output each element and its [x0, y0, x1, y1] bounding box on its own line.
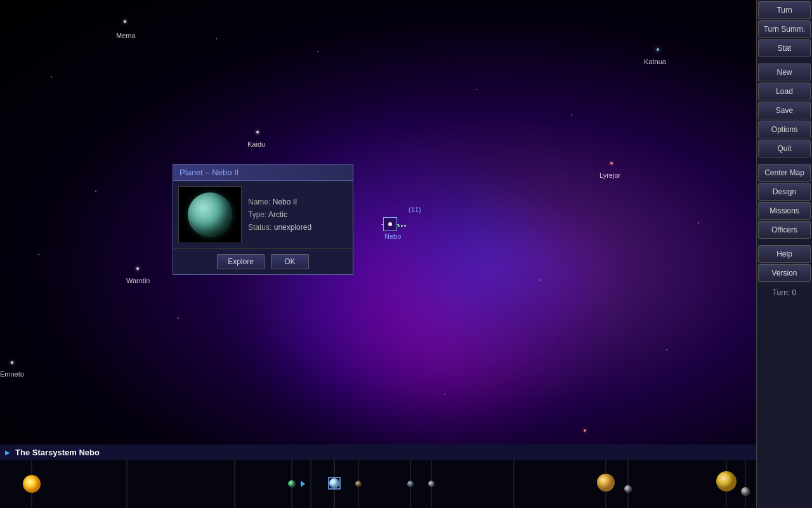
system-name-bar: ▶ The Starsystem Nebo — [0, 444, 756, 460]
bg-star — [216, 38, 217, 39]
missions-button[interactable]: Missions — [758, 202, 811, 220]
planet-name-label: Name: — [248, 197, 270, 206]
planet-dialog-buttons: Explore OK — [173, 248, 353, 274]
center-map-button[interactable]: Center Map — [758, 164, 811, 182]
bg-star — [666, 349, 667, 351]
new-button[interactable]: New — [758, 64, 811, 81]
star-label-emneto: Emneto — [0, 370, 24, 378]
bg-star — [38, 254, 39, 255]
turn-button[interactable]: Turn — [758, 1, 811, 19]
star-kaidu — [256, 131, 259, 133]
svg-point-25 — [741, 487, 750, 496]
ok-button[interactable]: OK — [271, 254, 309, 269]
star-katnua — [657, 48, 659, 51]
sidebar-spacer-3 — [758, 240, 811, 244]
sidebar-spacer-2 — [758, 159, 811, 163]
planet-image — [178, 186, 242, 243]
explore-button[interactable]: Explore — [217, 254, 265, 269]
star-label-warntin: Warntin — [126, 277, 150, 284]
help-button[interactable]: Help — [758, 245, 811, 263]
svg-point-23 — [624, 485, 632, 493]
sidebar-spacer-1 — [758, 58, 811, 62]
nebo-system-marker[interactable]: (11) Nebo — [383, 217, 397, 231]
bg-star — [698, 222, 699, 224]
bg-star — [317, 51, 318, 52]
svg-point-24 — [716, 471, 737, 491]
planet-status-value: unexplored — [274, 223, 311, 232]
star-warntin — [136, 267, 139, 270]
bg-star — [95, 190, 96, 192]
design-button[interactable]: Design — [758, 183, 811, 201]
planet-name-row: Name: Nebo II — [248, 197, 348, 206]
planet-dialog-content: Name: Nebo II Type: Arctic Status: unexp… — [173, 181, 353, 248]
nebo-system-box[interactable] — [383, 217, 397, 231]
turn-counter: Turn: 0 — [758, 283, 811, 302]
planet-dialog-title: Planet – Nebo II — [173, 164, 353, 181]
svg-point-19 — [355, 481, 362, 487]
svg-point-22 — [597, 474, 615, 491]
turn-summ-button[interactable]: Turn Summ. — [758, 20, 811, 38]
planet-status-row: Status: unexplored — [248, 223, 348, 232]
options-button[interactable]: Options — [758, 121, 811, 138]
quit-button[interactable]: Quit — [758, 140, 811, 157]
fleet-dot-2 — [401, 225, 403, 227]
svg-point-20 — [407, 481, 414, 487]
play-icon[interactable]: ▶ — [5, 449, 10, 456]
officers-button[interactable]: Officers — [758, 221, 811, 239]
svg-point-21 — [428, 481, 435, 487]
planet-type-row: Type: Arctic — [248, 210, 348, 219]
bg-star — [571, 114, 572, 116]
star-label-kaidu: Kaidu — [247, 140, 265, 148]
svg-marker-16 — [301, 481, 305, 487]
sidebar: Turn Turn Summ. Stat New Load Save Optio… — [756, 0, 812, 508]
planet-status-label: Status: — [248, 223, 272, 232]
stat-button[interactable]: Stat — [758, 39, 811, 57]
star-label-lyrejor: Lyrejor — [599, 171, 620, 179]
nebo-planet-count: (11) — [409, 206, 421, 213]
orbital-svg — [0, 460, 756, 508]
planet-type-label: Type: — [248, 210, 266, 219]
star-emneto — [11, 361, 13, 364]
fleet-indicator — [398, 225, 406, 227]
star-mema — [124, 20, 126, 23]
nebo-star-dot — [388, 222, 392, 226]
bg-star — [476, 89, 477, 90]
svg-point-15 — [288, 480, 296, 488]
fleet-dot-3 — [404, 225, 406, 227]
crosshair-left — [381, 224, 384, 225]
bg-star — [51, 76, 52, 77]
bg-star — [178, 318, 179, 319]
bg-star — [444, 394, 445, 395]
svg-point-18 — [329, 478, 339, 488]
bg-star — [539, 279, 540, 281]
planet-info: Name: Nebo II Type: Arctic Status: unexp… — [248, 186, 348, 243]
planet-type-value: Arctic — [268, 210, 287, 219]
system-name: The Starsystem Nebo — [15, 448, 100, 457]
space-background — [0, 0, 756, 444]
star-label-mema: Mema — [116, 32, 136, 39]
planet-dialog: Planet – Nebo II Name: Nebo II Type: Arc… — [173, 164, 353, 275]
planet-sphere — [188, 192, 232, 237]
save-button[interactable]: Save — [758, 102, 811, 119]
load-button[interactable]: Load — [758, 83, 811, 100]
svg-point-14 — [23, 475, 41, 493]
orbital-track[interactable] — [0, 460, 756, 508]
fleet-dot-1 — [398, 225, 400, 227]
nebo-label: Nebo — [384, 232, 401, 240]
star-misc — [584, 429, 586, 432]
star-label-katnua: Katnua — [644, 58, 666, 65]
game-viewport[interactable]: Mema Kaidu Katnua Lyrejor Warntin Emneto… — [0, 0, 756, 444]
star-lyrejor — [610, 162, 613, 164]
version-button[interactable]: Version — [758, 264, 811, 282]
planet-name-value: Nebo II — [273, 197, 298, 206]
